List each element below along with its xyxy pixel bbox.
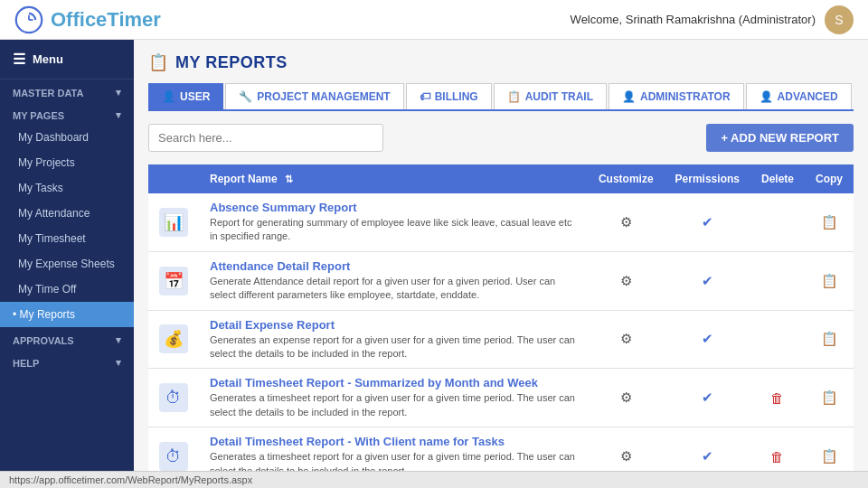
report-icon-cell: 📅 <box>148 251 199 310</box>
copy-icon[interactable]: 📋 <box>821 389 838 405</box>
tab-admin-icon: 👤 <box>622 90 636 103</box>
tab-user-icon: 👤 <box>162 90 175 103</box>
copy-cell: 📋 <box>805 427 854 471</box>
sidebar-section-approvals[interactable]: APPROVALS ▾ <box>0 327 134 350</box>
permission-icon[interactable]: ✔ <box>702 448 713 464</box>
delete-cell <box>750 193 805 251</box>
customize-cell: ⚙ <box>588 251 665 310</box>
report-name-cell: Absence Summary Report Report for genera… <box>199 193 588 251</box>
report-icon-cell: 💰 <box>148 310 199 369</box>
report-description: Generate Attendance detail report for a … <box>210 275 577 303</box>
sidebar-item-my-projects[interactable]: My Projects <box>0 150 134 175</box>
copy-icon[interactable]: 📋 <box>821 331 838 346</box>
report-name-link[interactable]: Detail Timesheet Report - With Client na… <box>210 435 577 448</box>
permission-icon[interactable]: ✔ <box>702 389 713 405</box>
permission-cell: ✔ <box>665 427 750 471</box>
delete-cell: 🗑 <box>750 369 805 427</box>
welcome-text: Welcome, Srinath Ramakrishna (Administra… <box>571 13 816 26</box>
sidebar: ☰ Menu MASTER DATA ▾ MY PAGES ▾ My Dashb… <box>0 40 134 471</box>
customize-cell: ⚙ <box>588 369 665 427</box>
col-report-name[interactable]: Report Name ⇅ <box>199 164 588 193</box>
menu-label: Menu <box>33 52 63 66</box>
sidebar-section-master-data[interactable]: MASTER DATA ▾ <box>0 80 134 102</box>
report-name-link[interactable]: Attendance Detail Report <box>210 259 577 273</box>
customize-icon[interactable]: ⚙ <box>620 273 632 288</box>
tab-billing[interactable]: 🏷 BILLING <box>406 83 492 109</box>
report-name-link[interactable]: Absence Summary Report <box>210 201 577 214</box>
page-title-row: 📋 MY REPORTS <box>148 52 854 72</box>
copy-icon[interactable]: 📋 <box>821 273 838 288</box>
reports-page-icon: 📋 <box>148 52 168 72</box>
sidebar-item-my-attendance[interactable]: My Attendance <box>0 201 134 226</box>
copy-cell: 📋 <box>805 251 854 310</box>
col-permissions: Permissions <box>665 164 750 193</box>
report-icon: 📊 <box>159 208 188 237</box>
permission-icon[interactable]: ✔ <box>702 273 713 288</box>
permission-cell: ✔ <box>665 369 750 427</box>
sort-icon[interactable]: ⇅ <box>285 174 293 184</box>
delete-icon[interactable]: 🗑 <box>770 449 784 465</box>
table-row: 📅 Attendance Detail Report Generate Atte… <box>148 251 854 310</box>
search-input[interactable] <box>148 124 383 152</box>
delete-cell <box>750 310 805 369</box>
sidebar-section-help[interactable]: HELP ▾ <box>0 350 134 372</box>
report-description: Report for generating summary of employe… <box>210 216 577 244</box>
report-name-link[interactable]: Detail Expense Report <box>210 318 577 332</box>
customize-cell: ⚙ <box>588 427 665 471</box>
permission-icon[interactable]: ✔ <box>702 214 713 230</box>
sidebar-section-my-pages[interactable]: MY PAGES ▾ <box>0 102 134 125</box>
report-icon: 📅 <box>159 267 188 296</box>
logo-text: OfficeTimer <box>51 8 161 32</box>
delete-cell <box>750 251 805 310</box>
help-label: HELP <box>13 358 39 369</box>
table-row: 💰 Detail Expense Report Generates an exp… <box>148 310 854 369</box>
tab-advanced[interactable]: 👤 ADVANCED <box>746 83 852 109</box>
menu-button[interactable]: ☰ Menu <box>0 40 134 80</box>
table-header-row: Report Name ⇅ Customize Permissions Dele… <box>148 164 854 193</box>
report-description: Generates an expense report for a given … <box>210 333 577 361</box>
customize-icon[interactable]: ⚙ <box>620 389 632 405</box>
col-copy: Copy <box>805 164 854 193</box>
sidebar-item-my-reports[interactable]: My Reports <box>0 302 134 327</box>
tab-administrator[interactable]: 👤 ADMINISTRATOR <box>609 83 744 109</box>
col-delete: Delete <box>750 164 805 193</box>
permission-icon[interactable]: ✔ <box>702 331 713 346</box>
tab-user[interactable]: 👤 USER <box>148 83 223 109</box>
chevron-icon: ▾ <box>116 334 121 346</box>
col-customize: Customize <box>588 164 665 193</box>
report-icon-cell: 📊 <box>148 193 199 251</box>
master-data-label: MASTER DATA <box>13 88 83 99</box>
reports-table: Report Name ⇅ Customize Permissions Dele… <box>148 164 854 471</box>
tab-project-management[interactable]: 🔧 PROJECT MANAGEMENT <box>225 83 403 109</box>
search-add-row: + ADD NEW REPORT <box>148 124 854 152</box>
sidebar-item-my-timesheet[interactable]: My Timesheet <box>0 226 134 251</box>
tab-audit-label: AUDIT TRAIL <box>525 90 593 103</box>
report-name-cell: Attendance Detail Report Generate Attend… <box>199 251 588 310</box>
permission-cell: ✔ <box>665 251 750 310</box>
sidebar-item-my-expense-sheets[interactable]: My Expense Sheets <box>0 251 134 277</box>
tab-pm-icon: 🔧 <box>239 90 252 103</box>
report-description: Generates a timesheet report for a given… <box>210 450 577 471</box>
customize-icon[interactable]: ⚙ <box>620 214 632 230</box>
tab-pm-label: PROJECT MANAGEMENT <box>257 90 390 103</box>
add-new-report-button[interactable]: + ADD NEW REPORT <box>706 124 854 152</box>
sidebar-item-my-dashboard[interactable]: My Dashboard <box>0 125 134 150</box>
app-header: OfficeTimer Welcome, Srinath Ramakrishna… <box>0 0 868 40</box>
delete-icon[interactable]: 🗑 <box>770 390 784 406</box>
approvals-label: APPROVALS <box>13 335 74 346</box>
header-user-info: Welcome, Srinath Ramakrishna (Administra… <box>571 5 854 34</box>
table-row: ⏱ Detail Timesheet Report - Summarized b… <box>148 369 854 427</box>
tab-audit-trail[interactable]: 📋 AUDIT TRAIL <box>494 83 607 109</box>
customize-icon[interactable]: ⚙ <box>620 331 632 346</box>
report-icon: ⏱ <box>159 383 188 412</box>
customize-icon[interactable]: ⚙ <box>620 448 632 464</box>
report-name-link[interactable]: Detail Timesheet Report - Summarized by … <box>210 376 577 389</box>
table-row: ⏱ Detail Timesheet Report - With Client … <box>148 427 854 471</box>
copy-icon[interactable]: 📋 <box>821 448 838 464</box>
logo: OfficeTimer <box>14 5 161 34</box>
sidebar-item-my-tasks[interactable]: My Tasks <box>0 175 134 201</box>
customize-cell: ⚙ <box>588 193 665 251</box>
copy-icon[interactable]: 📋 <box>821 214 838 230</box>
sidebar-item-my-time-off[interactable]: My Time Off <box>0 277 134 302</box>
tab-advanced-icon: 👤 <box>760 90 773 103</box>
